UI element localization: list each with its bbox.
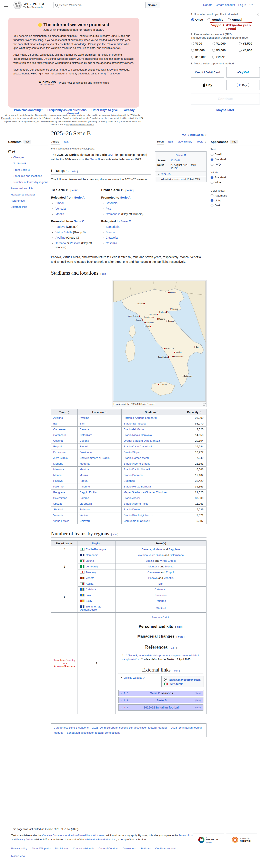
header-link-create-account[interactable]: Create account: [216, 3, 235, 6]
team-link[interactable]: Frosinone: [53, 451, 66, 454]
appearance-option-small[interactable]: Small: [211, 153, 260, 156]
reference-superscript[interactable]: [1]: [176, 166, 178, 169]
team-link[interactable]: Cesena: [53, 439, 63, 442]
vte-e[interactable]: E: [126, 699, 128, 702]
inline-link[interactable]: Venezia: [55, 207, 66, 210]
footer-link-statistics[interactable]: Statistics: [140, 847, 151, 850]
appearance-option-light[interactable]: Light: [211, 199, 260, 202]
sort-icon[interactable]: [105, 413, 107, 414]
frequency-radio-once[interactable]: Once: [191, 18, 203, 21]
stadium-link[interactable]: Stadio Alberto Braglia: [124, 462, 150, 465]
amount-radio-other[interactable]: Other: [212, 55, 239, 59]
appearance-option-automatic[interactable]: Automatic: [211, 194, 260, 197]
toc-item-number-of-teams-by-regions[interactable]: Number of teams by regions: [8, 179, 48, 185]
donate-help-link[interactable]: Other ways to give: [91, 108, 118, 112]
team-link[interactable]: Padova: [53, 479, 63, 483]
cite-backlink[interactable]: ^: [126, 654, 127, 657]
stadium-link[interactable]: Stadio Renzo Barbera: [124, 485, 151, 488]
toc-item-from-serie-b[interactable]: From Serie B: [8, 167, 48, 173]
maybe-later-link[interactable]: Maybe later: [216, 108, 234, 112]
appearance-hide-button[interactable]: hide: [230, 140, 238, 144]
inline-link[interactable]: Serie C: [120, 219, 131, 223]
stadium-link[interactable]: Mapei Stadium – Città del Tricolore: [124, 491, 166, 494]
region-link[interactable]: Sicily: [86, 599, 92, 602]
inline-link[interactable]: Pescara: [70, 242, 80, 245]
stadium-link[interactable]: Euganeo: [124, 479, 135, 483]
inline-link[interactable]: Brescia: [106, 231, 115, 234]
inline-link[interactable]: Spezia: [146, 559, 154, 562]
column-header-stadium[interactable]: Stadium: [122, 409, 182, 415]
team-link[interactable]: Juve Stabia: [53, 456, 68, 460]
inline-link[interactable]: BKT: [108, 153, 114, 156]
region-link[interactable]: Calabria: [86, 588, 96, 591]
enlarge-icon[interactable]: [203, 403, 205, 405]
stadium-link[interactable]: Stadio Druso: [124, 508, 140, 511]
location-link[interactable]: Modena: [80, 462, 89, 465]
stadium-link[interactable]: Stadio Pier Luigi Penzo: [124, 514, 152, 517]
football-portal-link[interactable]: Association football portal: [169, 678, 201, 681]
edit-link[interactable]: edit: [113, 533, 117, 536]
stadium-link[interactable]: Comunale di Chiavari: [124, 519, 150, 522]
inline-link[interactable]: ↗: [137, 658, 139, 661]
google-pay-button[interactable]: GPay: [226, 80, 260, 90]
close-icon[interactable]: [257, 13, 259, 16]
other-amount-input[interactable]: [224, 56, 239, 58]
inline-link[interactable]: Venezia: [164, 577, 174, 580]
inline-link[interactable]: Serie A: [120, 196, 130, 199]
chevron-down-icon[interactable]: ∨: [11, 156, 12, 159]
vte-e[interactable]: E: [126, 692, 128, 694]
stadium-link[interactable]: Stadio dei Marmi: [124, 428, 144, 431]
frequency-radio-monthly[interactable]: Monthly: [208, 18, 223, 21]
appearance-option-large[interactable]: Large: [211, 162, 260, 166]
inline-link[interactable]: Südtirol: [156, 607, 166, 610]
column-header-team[interactable]: Team: [51, 409, 78, 415]
stadium-link[interactable]: Stadio Carlo Castellani: [124, 445, 152, 448]
header-link-log-in[interactable]: Log in: [238, 3, 246, 6]
team-link[interactable]: Südtirol: [53, 508, 63, 511]
inline-link[interactable]: Padova: [148, 577, 158, 580]
tools-menu[interactable]: Tools ∨: [196, 139, 207, 145]
category-link[interactable]: Scheduled association football competiti…: [67, 731, 120, 734]
inline-link[interactable]: Padova: [55, 225, 65, 228]
stadium-link[interactable]: Stadio Nicola Ceravolo: [124, 433, 152, 437]
inline-link[interactable]: Empoli: [55, 202, 64, 205]
stadium-link[interactable]: Stadio Arechi: [124, 496, 140, 499]
inline-link[interactable]: Modena: [152, 548, 162, 551]
inline-link[interactable]: Virtus Entella: [160, 559, 176, 562]
inline-link[interactable]: Wikimedia Foundation, Inc.: [85, 838, 116, 841]
team-link[interactable]: Bari: [53, 422, 58, 425]
appearance-option-standard[interactable]: Standard: [211, 158, 260, 161]
inline-link[interactable]: Bari: [158, 582, 163, 585]
location-link[interactable]: Salerno: [80, 496, 89, 499]
previous-season-link[interactable]: 2024–25: [160, 173, 171, 176]
toc-item-changes[interactable]: ∨Changes: [8, 154, 48, 160]
category-link[interactable]: Serie B seasons: [69, 726, 88, 729]
region-link[interactable]: Apulia: [86, 582, 93, 585]
amount-radio-3000[interactable]: ¥3,000: [212, 49, 239, 52]
edit-link[interactable]: edit: [174, 669, 178, 672]
region-link[interactable]: Veneto: [86, 577, 94, 580]
inline-link[interactable]: Juve Stabia: [149, 554, 164, 557]
location-link[interactable]: Padua: [80, 479, 87, 483]
inline-link[interactable]: Serie B: [156, 699, 167, 702]
view-read[interactable]: Read: [157, 139, 164, 145]
region-link[interactable]: Liguria: [86, 559, 94, 562]
missing-template-redlink[interactable]: Template:Country data Abruzzo/Pescara: [54, 659, 75, 668]
category-link[interactable]: 2025–26 in European second-tier associat…: [92, 726, 167, 729]
vte-t[interactable]: T: [124, 692, 125, 694]
inline-link[interactable]: Creative Commons Attribution-ShareAlike …: [42, 834, 105, 837]
region-link[interactable]: Lombardy: [86, 565, 98, 568]
appearance-option-standard[interactable]: Standard: [211, 176, 260, 179]
continue-button[interactable]: Continue: [191, 93, 260, 105]
view-history[interactable]: View history: [177, 139, 193, 145]
inline-link[interactable]: Carrarese: [148, 571, 160, 574]
inline-link[interactable]: Palermo: [156, 599, 166, 602]
edit-link[interactable]: edit: [177, 625, 181, 628]
edit-link[interactable]: edit: [72, 189, 77, 192]
location-link[interactable]: Frosinone: [80, 451, 92, 454]
official-website-link[interactable]: Official website: [124, 676, 142, 679]
navbox-show-toggle[interactable]: [show]: [195, 706, 201, 709]
inline-link[interactable]: Serie C: [74, 219, 84, 223]
edit-link[interactable]: edit: [127, 189, 132, 192]
infobox-season-value[interactable]: 2025–26: [171, 159, 180, 162]
